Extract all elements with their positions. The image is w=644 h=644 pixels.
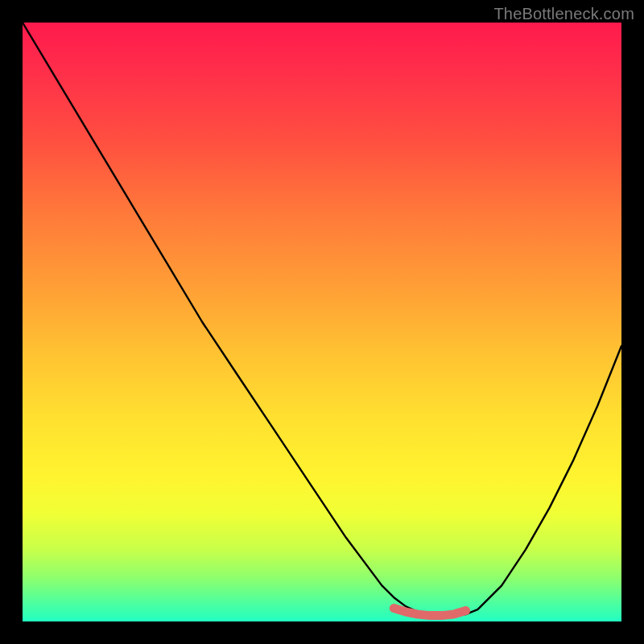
optimal-zone-path	[394, 609, 465, 616]
chart-svg	[23, 23, 621, 621]
plot-area	[23, 23, 621, 621]
watermark-text: TheBottleneck.com	[493, 5, 634, 23]
chart-canvas: TheBottleneck.com	[0, 0, 644, 644]
bottleneck-curve-path	[23, 23, 621, 616]
